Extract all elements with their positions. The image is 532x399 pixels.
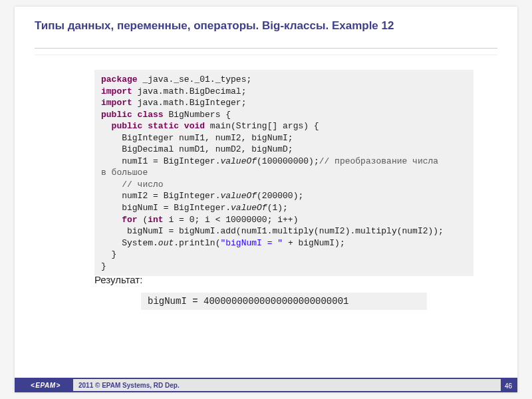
code-text: java.math.BigDecimal;	[132, 86, 247, 96]
keyword: import	[101, 86, 132, 96]
epam-logo: EPAM	[27, 379, 65, 391]
code-text	[101, 121, 112, 131]
keyword: public static void	[112, 121, 205, 131]
code-text: BigNumbers {	[164, 110, 231, 120]
code-text: bigNumI = BigInteger.	[101, 203, 231, 213]
code-text: _java._se._01._types;	[138, 74, 252, 84]
keyword: for	[122, 215, 137, 225]
code-comment: // число	[122, 180, 163, 190]
result-label: Результат:	[94, 274, 142, 285]
code-text: + bigNumI);	[283, 238, 345, 248]
divider	[35, 48, 497, 49]
code-text: (1);	[267, 203, 288, 213]
code-field: out	[158, 238, 174, 248]
code-text: BigInteger numI1, numI2, bigNumI;	[101, 133, 293, 143]
code-text: }	[101, 261, 106, 271]
code-text: java.math.BigInteger;	[132, 98, 247, 108]
keyword: public class	[101, 110, 164, 120]
keyword: package	[101, 74, 138, 84]
code-text	[101, 180, 122, 190]
result-output: bigNumI = 40000000000000000000000001	[141, 293, 427, 310]
code-text: (	[138, 215, 148, 225]
code-text: numI2 = BigInteger.	[101, 191, 220, 201]
code-method: valueOf	[220, 191, 257, 201]
code-text: }	[101, 249, 116, 259]
code-method: valueOf	[231, 203, 267, 213]
code-text: main(String[] args) {	[205, 121, 319, 131]
divider	[35, 55, 497, 55]
slide-title: Типы данных, переменные, операторы. Big-…	[35, 19, 497, 34]
code-string: "bigNumI = "	[220, 238, 283, 248]
code-text	[101, 215, 122, 225]
code-block: package _java._se._01._types; import jav…	[94, 70, 473, 276]
code-text: bigNumI = bigNumI.add(numI1.multiply(num…	[101, 226, 444, 236]
keyword: int	[148, 215, 163, 225]
code-comment: в большое	[101, 168, 148, 178]
code-text: i = 0; i < 10000000; i++)	[164, 215, 299, 225]
code-text: System.	[101, 238, 158, 248]
code-text: numI1 = BigInteger.	[101, 156, 220, 166]
code-text: (200000);	[257, 191, 303, 201]
code-text: .println(	[174, 238, 220, 248]
page-number: 46	[505, 382, 512, 390]
code-text: (100000000);	[257, 156, 319, 166]
footer-bar: EPAM 2011 © EPAM Systems, RD Dep. 46	[15, 378, 517, 392]
keyword: import	[101, 98, 132, 108]
code-method: valueOf	[220, 156, 257, 166]
slide: Типы данных, переменные, операторы. Big-…	[15, 7, 517, 392]
code-comment: // преобразование числа	[319, 156, 438, 166]
code-text: BigDecimal numD1, numD2, bigNumD;	[101, 144, 293, 154]
footer-text: 2011 © EPAM Systems, RD Dep.	[73, 379, 501, 391]
